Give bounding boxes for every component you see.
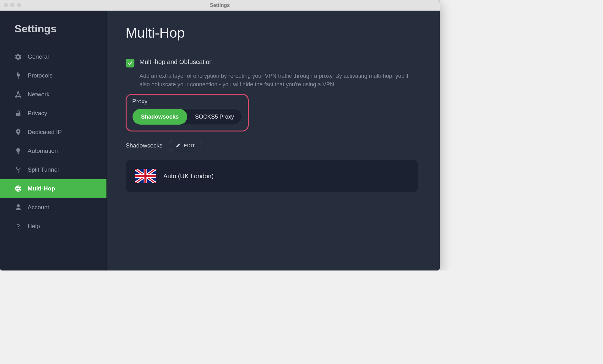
split-arrows-icon <box>14 166 22 174</box>
maximize-window-button[interactable] <box>17 3 21 7</box>
globe-icon <box>14 185 22 192</box>
sidebar-item-account[interactable]: Account <box>0 198 106 217</box>
sidebar-item-label: Split Tunnel <box>28 166 59 173</box>
sidebar-item-split-tunnel[interactable]: Split Tunnel <box>0 160 106 179</box>
sidebar-heading: Settings <box>0 23 106 47</box>
server-card[interactable]: Auto (UK London) <box>126 160 418 192</box>
close-window-button[interactable] <box>4 3 8 7</box>
sidebar-item-label: Dedicated IP <box>28 129 62 136</box>
sidebar-item-network[interactable]: Network <box>0 85 106 104</box>
sidebar-item-protocols[interactable]: Protocols <box>0 66 106 85</box>
location-pin-icon <box>14 128 22 136</box>
proxy-segment-shadowsocks[interactable]: Shadowsocks <box>133 109 187 125</box>
uk-flag-icon <box>135 169 156 183</box>
sidebar-item-label: Multi-Hop <box>28 185 55 192</box>
multihop-option-label: Multi-hop and Obfuscation <box>139 58 213 66</box>
lock-icon <box>14 110 22 117</box>
svg-point-1 <box>15 96 17 98</box>
proxy-section-label: Proxy <box>132 98 242 105</box>
sidebar-item-label: General <box>28 53 49 60</box>
lightbulb-icon <box>14 147 22 155</box>
settings-window: Settings Settings General Protocols <box>0 0 440 270</box>
sidebar-item-label: Automation <box>28 147 58 154</box>
main-panel: Multi-Hop Multi-hop and Obfuscation Add … <box>107 11 440 270</box>
sidebar-item-automation[interactable]: Automation <box>0 142 106 160</box>
network-icon <box>14 91 22 98</box>
window-controls <box>4 3 21 7</box>
sidebar-item-label: Help <box>28 223 40 230</box>
check-icon <box>127 60 133 66</box>
sidebar-item-label: Privacy <box>28 110 47 117</box>
pencil-icon <box>176 143 181 148</box>
minimize-window-button[interactable] <box>10 3 14 7</box>
svg-rect-7 <box>135 175 156 177</box>
multihop-option-row: Multi-hop and Obfuscation <box>126 58 418 67</box>
proxy-highlight-box: Proxy Shadowsocks SOCKS5 Proxy <box>126 94 249 131</box>
sidebar-item-label: Protocols <box>28 72 52 79</box>
sidebar-item-help[interactable]: Help <box>0 217 106 236</box>
shadowsocks-row: Shadowsocks EDIT <box>126 140 418 151</box>
question-icon <box>14 222 22 230</box>
sidebar-item-dedicated-ip[interactable]: Dedicated IP <box>0 123 106 142</box>
multihop-checkbox[interactable] <box>126 59 134 67</box>
plug-icon <box>14 72 22 79</box>
page-title: Multi-Hop <box>126 25 418 41</box>
multihop-option-description: Add an extra layer of encryption by rero… <box>139 72 410 89</box>
svg-point-2 <box>19 96 21 98</box>
shadowsocks-label: Shadowsocks <box>126 142 162 149</box>
sidebar-item-privacy[interactable]: Privacy <box>0 104 106 123</box>
gear-icon <box>14 53 22 61</box>
sidebar-item-label: Account <box>28 204 49 211</box>
sidebar: Settings General Protocols Network <box>0 11 107 270</box>
sidebar-item-general[interactable]: General <box>0 47 106 66</box>
proxy-segment-socks5[interactable]: SOCKS5 Proxy <box>187 109 242 125</box>
server-name: Auto (UK London) <box>163 173 214 180</box>
sidebar-item-label: Network <box>28 91 50 98</box>
window-title: Settings <box>210 3 230 8</box>
edit-button[interactable]: EDIT <box>169 140 202 151</box>
titlebar: Settings <box>0 0 440 11</box>
edit-button-label: EDIT <box>184 143 195 148</box>
proxy-segmented-control: Shadowsocks SOCKS5 Proxy <box>132 109 242 125</box>
svg-point-0 <box>17 91 19 93</box>
person-icon <box>14 204 22 211</box>
sidebar-item-multi-hop[interactable]: Multi-Hop <box>0 179 106 198</box>
